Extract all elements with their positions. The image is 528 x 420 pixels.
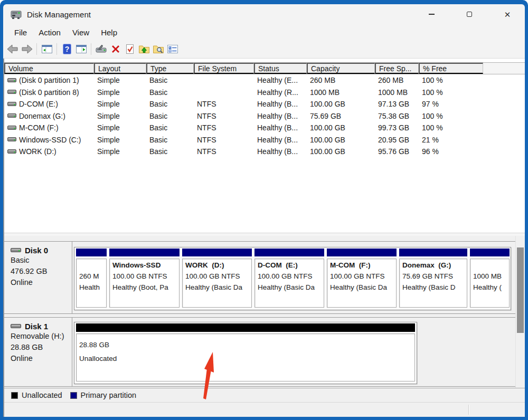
- fs-cell: NTFS: [194, 112, 254, 120]
- partition-recovery[interactable]: 1000 MB Healthy (: [469, 248, 510, 309]
- type-cell: Basic: [146, 100, 194, 108]
- layout-cell: Simple: [94, 88, 146, 97]
- disk-kind: Basic: [11, 255, 70, 266]
- fs-cell: NTFS: [194, 147, 254, 156]
- task-check-button[interactable]: [122, 43, 137, 56]
- disk1-label[interactable]: Disk 1 Removable (H:) 28.88 GB Online: [4, 318, 72, 386]
- volume-list-pane: Volume Layout Type File System Status Ca…: [4, 59, 525, 233]
- status-cell: Healthy (B...: [254, 112, 307, 120]
- document-check-icon: [125, 43, 135, 55]
- table-row[interactable]: Windows-SSD (C:) Simple Basic NTFS Healt…: [4, 134, 525, 146]
- show-console-tree-button[interactable]: [40, 43, 54, 56]
- disk0-label[interactable]: Disk 0 Basic 476.92 GB Online: [4, 242, 72, 313]
- menu-file[interactable]: File: [8, 26, 33, 39]
- vertical-scrollbar[interactable]: [515, 236, 525, 388]
- status-bar-divider: [468, 405, 469, 415]
- type-cell: Basic: [146, 123, 194, 132]
- show-action-pane-button[interactable]: [74, 43, 88, 56]
- window-controls: ✕: [406, 4, 520, 24]
- partition-status: Healthy (Boot, Pa: [112, 282, 179, 293]
- pct-free-cell: 100 %: [419, 123, 483, 132]
- legend-bar: Unallocated Primary partition: [4, 388, 525, 402]
- volume-name: Donemax (G:): [19, 112, 65, 120]
- table-row[interactable]: (Disk 0 partition 1) Simple Basic Health…: [4, 74, 525, 87]
- partition-size: 1000 MB: [473, 271, 509, 282]
- menu-view[interactable]: View: [67, 26, 95, 39]
- folder-search-button[interactable]: [151, 43, 165, 56]
- unallocated-space[interactable]: 28.88 GB Unallocated: [76, 323, 416, 383]
- partition-name: [473, 260, 509, 271]
- type-cell: Basic: [146, 76, 194, 84]
- menu-help[interactable]: Help: [95, 26, 123, 39]
- partition-size: 75.69 GB NTFS: [402, 271, 467, 282]
- partition-donemax[interactable]: Donemax (G:) 75.69 GB NTFS Healthy (Basi…: [399, 248, 468, 309]
- disk-icon: [11, 246, 21, 255]
- type-cell: Basic: [146, 147, 194, 156]
- capacity-cell: 100.00 GB: [307, 136, 375, 144]
- disk-name: Disk 1: [25, 322, 48, 331]
- primary-partition-swatch: [70, 392, 77, 399]
- table-row[interactable]: (Disk 0 partition 8) Simple Basic Health…: [4, 87, 525, 99]
- header-type[interactable]: Type: [146, 63, 194, 74]
- primary-partition-strip: [399, 249, 467, 256]
- disk-name: Disk 0: [25, 246, 48, 255]
- header-volume[interactable]: Volume: [4, 63, 94, 74]
- free-space-cell: 99.73 GB: [375, 123, 419, 132]
- status-cell: Healthy (B...: [254, 136, 307, 144]
- close-button[interactable]: ✕: [495, 4, 520, 24]
- volume-icon: [7, 113, 16, 119]
- volume-list-header: Volume Layout Type File System Status Ca…: [4, 62, 525, 74]
- folder-up-button[interactable]: [137, 43, 151, 56]
- status-cell: Healthy (B...: [254, 147, 307, 156]
- partition-efi[interactable]: 260 M Health: [76, 248, 107, 309]
- view-options-button[interactable]: [165, 43, 180, 56]
- status-cell: Healthy (E...: [254, 76, 307, 84]
- partition-d-com[interactable]: D-COM (E:) 100.00 GB NTFS Healthy (Basic…: [254, 248, 325, 309]
- window-title: Disk Management: [27, 10, 91, 19]
- disk0-partition-region: 260 M Health Windows-SSD 100.00 GB NTFS …: [74, 247, 511, 310]
- table-row[interactable]: WORK (D:) Simple Basic NTFS Healthy (B..…: [4, 146, 525, 158]
- capacity-cell: 100.00 GB: [307, 147, 375, 156]
- capacity-cell: 260 MB: [307, 76, 375, 84]
- scrollbar-thumb[interactable]: [517, 247, 524, 333]
- volume-icon: [7, 125, 16, 131]
- partition-work[interactable]: WORK (D:) 100.00 GB NTFS Healthy (Basic …: [182, 248, 252, 309]
- toolbar-separator: [56, 43, 57, 55]
- header-layout[interactable]: Layout: [94, 63, 146, 74]
- disk-device-button[interactable]: [94, 43, 108, 56]
- forward-button[interactable]: [20, 43, 34, 56]
- partition-size: 100.00 GB NTFS: [185, 271, 251, 282]
- delete-x-icon: [110, 44, 121, 54]
- partition-windows-ssd[interactable]: Windows-SSD 100.00 GB NTFS Healthy (Boot…: [109, 248, 180, 309]
- table-row[interactable]: Donemax (G:) Simple Basic NTFS Healthy (…: [4, 110, 525, 122]
- partition-m-com[interactable]: M-COM (F:) 100.00 GB NTFS Healthy (Basic…: [326, 248, 397, 309]
- header-file-system[interactable]: File System: [194, 63, 254, 74]
- header-free-space[interactable]: Free Sp...: [375, 63, 419, 74]
- unallocated-swatch: [11, 392, 18, 399]
- menu-action[interactable]: Action: [33, 26, 67, 39]
- back-arrow-icon: [6, 44, 19, 54]
- delete-volume-button[interactable]: [108, 43, 122, 56]
- back-button[interactable]: [5, 43, 20, 56]
- help-button[interactable]: ?: [60, 43, 74, 56]
- toolbar-separator: [91, 43, 91, 55]
- volume-name: D-COM (E:): [19, 100, 58, 108]
- disk1-canvas: 28.88 GB Unallocated: [72, 318, 515, 386]
- partition-status: Healthy (Basic D: [402, 282, 467, 293]
- table-row[interactable]: D-COM (E:) Simple Basic NTFS Healthy (B.…: [4, 98, 525, 110]
- header-capacity[interactable]: Capacity: [307, 63, 375, 74]
- partition-status: Healthy (Basic Da: [330, 282, 396, 293]
- checklist-icon: [167, 44, 178, 54]
- capacity-cell: 100.00 GB: [307, 100, 375, 108]
- status-cell: Healthy (R...: [254, 88, 307, 97]
- fs-cell: NTFS: [194, 100, 254, 108]
- disk-kind: Removable (H:): [11, 331, 70, 342]
- maximize-button[interactable]: [457, 4, 482, 24]
- partition-name: M-COM (F:): [330, 260, 396, 271]
- table-row[interactable]: M-COM (F:) Simple Basic NTFS Healthy (B.…: [4, 122, 525, 134]
- header-pct-free[interactable]: % Free: [419, 63, 483, 74]
- header-status[interactable]: Status: [254, 63, 307, 74]
- minimize-button[interactable]: [419, 4, 444, 24]
- volume-name: Windows-SSD (C:): [19, 136, 81, 144]
- partition-size: 100.00 GB NTFS: [112, 271, 179, 282]
